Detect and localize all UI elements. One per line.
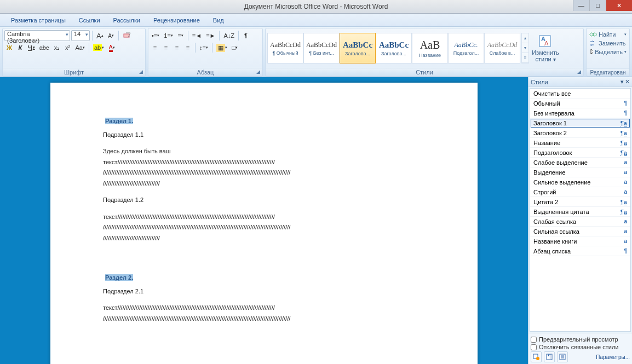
style-inspector-button[interactable]: ¶ bbox=[544, 351, 555, 362]
sort-button[interactable]: A↓Z bbox=[222, 30, 236, 41]
increase-indent-button[interactable]: ≡► bbox=[204, 30, 217, 41]
highlight-button[interactable]: ab▾ bbox=[91, 42, 106, 53]
style-gallery-item[interactable]: AaBbCcDdСлабое в... bbox=[484, 33, 520, 63]
tab-page-layout[interactable]: Разметка страницы bbox=[4, 14, 72, 27]
style-gallery-item[interactable]: AaBbCcDd¶ Без инт... bbox=[303, 33, 340, 63]
manage-icon bbox=[559, 354, 566, 360]
body-text[interactable]: текст///////////////////////////////////… bbox=[103, 158, 438, 167]
style-list-item[interactable]: Обычный¶ bbox=[530, 99, 630, 108]
line-spacing-button[interactable]: ↕≡▾ bbox=[198, 42, 210, 53]
align-center-button[interactable]: ≡ bbox=[161, 42, 171, 53]
underline-button[interactable]: Ч▾ bbox=[26, 42, 37, 53]
heading-1[interactable]: Раздел 1. bbox=[103, 112, 135, 129]
align-justify-button[interactable]: ≡ bbox=[183, 42, 193, 53]
strike-button[interactable]: abc bbox=[38, 42, 51, 53]
body-text[interactable]: ////////////////////////////////// bbox=[103, 179, 438, 188]
body-text[interactable]: ////////////////////////////////////////… bbox=[103, 168, 438, 177]
style-list-item[interactable]: Цитата 2¶a bbox=[530, 197, 630, 207]
style-list-item[interactable]: Название книгиa bbox=[530, 236, 630, 246]
clear-format-button[interactable] bbox=[121, 30, 133, 41]
show-marks-button[interactable]: ¶ bbox=[241, 30, 251, 41]
paragraph-group: •≡▾ 1≡▾ ≡▾ ≡◄ ≡► A↓Z ¶ ≡ ≡ ≡ ≡ ↕≡▾ ▦▾ bbox=[148, 28, 263, 77]
subheading[interactable]: Подраздел 1.2 bbox=[103, 195, 438, 205]
shrink-font-button[interactable]: A▾ bbox=[106, 30, 116, 41]
bold-button[interactable]: Ж bbox=[4, 42, 14, 53]
tab-view[interactable]: Вид bbox=[206, 14, 231, 27]
superscript-button[interactable]: x² bbox=[62, 42, 72, 53]
tab-review[interactable]: Рецензирование bbox=[147, 14, 206, 27]
grow-font-button[interactable]: A▴ bbox=[95, 30, 105, 41]
style-gallery-item[interactable]: AaBbCcЗаголово... bbox=[376, 33, 412, 63]
bullets-button[interactable]: •≡▾ bbox=[150, 30, 161, 41]
style-list-item[interactable]: Слабая ссылкаa bbox=[530, 217, 630, 227]
close-button[interactable]: ✕ bbox=[606, 0, 632, 11]
style-list-item[interactable]: Подзаголовок¶a bbox=[530, 148, 630, 158]
change-case-button[interactable]: Aa▾ bbox=[73, 42, 86, 53]
style-list-item[interactable]: Сильная ссылкаa bbox=[530, 227, 630, 236]
tab-references[interactable]: Ссылки bbox=[72, 14, 107, 27]
numbering-button[interactable]: 1≡▾ bbox=[162, 30, 175, 41]
body-text[interactable]: ////////////////////////////////////////… bbox=[103, 314, 438, 323]
subscript-button[interactable]: x₂ bbox=[51, 42, 61, 53]
decrease-indent-button[interactable]: ≡◄ bbox=[191, 30, 203, 41]
minimize-button[interactable]: — bbox=[573, 0, 589, 11]
style-list-item[interactable]: Сильное выделениеa bbox=[530, 177, 630, 187]
style-list-item[interactable]: Выделениеa bbox=[530, 167, 630, 177]
body-text[interactable]: текст///////////////////////////////////… bbox=[103, 212, 438, 222]
change-styles-button[interactable]: AA Изменить стили ▾ bbox=[530, 31, 561, 66]
editing-group: Найти▾ Заменить Выделить▾ Редактирован bbox=[586, 28, 630, 77]
body-text[interactable]: Здесь должен быть ваш bbox=[103, 147, 438, 156]
style-list-item[interactable]: Название¶a bbox=[530, 138, 630, 148]
replace-button[interactable]: Заменить bbox=[588, 39, 628, 48]
replace-icon bbox=[589, 39, 597, 47]
heading-1[interactable]: Раздел 2. bbox=[103, 269, 135, 285]
style-list-item[interactable]: Очистить все bbox=[530, 89, 630, 99]
style-gallery-item[interactable]: AaBbCcЗаголово... bbox=[340, 33, 376, 63]
dropdown-icon[interactable]: ▾ bbox=[620, 78, 624, 85]
style-gallery-item[interactable]: AaBbCc.Подзагол... bbox=[448, 33, 484, 63]
style-gallery-item[interactable]: AaBНазвание bbox=[412, 33, 448, 63]
font-size-select[interactable]: 14 bbox=[71, 30, 90, 41]
select-button[interactable]: Выделить▾ bbox=[588, 48, 628, 56]
preview-checkbox[interactable]: Предварительный просмотр bbox=[531, 336, 630, 343]
maximize-button[interactable]: □ bbox=[589, 0, 606, 11]
body-text[interactable]: ////////////////////////////////// bbox=[103, 234, 438, 243]
multilevel-button[interactable]: ≡▾ bbox=[176, 30, 186, 41]
style-list-item[interactable]: Строгийa bbox=[530, 187, 630, 197]
disable-linked-checkbox[interactable]: Отключить связанные стили bbox=[531, 344, 630, 350]
find-button[interactable]: Найти▾ bbox=[588, 30, 628, 39]
gallery-scroll[interactable]: ▴▾≡ bbox=[521, 33, 529, 63]
style-list-item[interactable]: Абзац списка¶ bbox=[530, 246, 630, 256]
options-link[interactable]: Параметры... bbox=[596, 354, 630, 360]
style-list-item[interactable]: Выделенная цитата¶a bbox=[530, 207, 630, 217]
styles-gallery[interactable]: AaBbCcDd¶ ОбычныйAaBbCcDd¶ Без инт...AaB… bbox=[267, 33, 520, 63]
style-list-item[interactable]: Без интервала¶ bbox=[530, 108, 630, 118]
close-pane-icon[interactable]: ✕ bbox=[625, 78, 630, 85]
font-name-select[interactable]: Cambria (Заголовки) bbox=[4, 30, 70, 41]
style-list-item[interactable]: Заголовок 2¶a bbox=[530, 128, 630, 138]
new-style-button[interactable] bbox=[531, 351, 542, 362]
borders-button[interactable]: □▾ bbox=[230, 42, 240, 53]
style-gallery-item[interactable]: AaBbCcDd¶ Обычный bbox=[267, 33, 303, 63]
style-list-item[interactable]: Заголовок 1¶a bbox=[530, 118, 630, 128]
dialog-launcher-icon[interactable]: ◢ bbox=[576, 69, 582, 76]
shading-button[interactable]: ▦▾ bbox=[215, 42, 229, 53]
subheading[interactable]: Подраздел 1.1 bbox=[103, 130, 438, 140]
dialog-launcher-icon[interactable]: ◢ bbox=[137, 69, 144, 76]
page[interactable]: Раздел 1. Подраздел 1.1 Здесь должен быт… bbox=[50, 83, 478, 364]
subheading[interactable]: Подраздел 2.1 bbox=[103, 287, 438, 296]
tab-mailings[interactable]: Рассылки bbox=[107, 14, 147, 27]
align-right-button[interactable]: ≡ bbox=[172, 42, 182, 53]
svg-point-5 bbox=[593, 33, 596, 36]
document-area[interactable]: Раздел 1. Подраздел 1.1 Здесь должен быт… bbox=[0, 77, 528, 364]
styles-list[interactable]: Очистить всеОбычный¶Без интервала¶Заголо… bbox=[530, 88, 631, 332]
font-color-button[interactable]: A▾ bbox=[107, 42, 117, 53]
italic-button[interactable]: К bbox=[15, 42, 25, 53]
style-list-item[interactable]: Слабое выделениеa bbox=[530, 158, 630, 167]
styles-pane-title: Стили bbox=[531, 79, 548, 85]
align-left-button[interactable]: ≡ bbox=[150, 42, 160, 53]
manage-styles-button[interactable] bbox=[557, 351, 568, 362]
body-text[interactable]: ////////////////////////////////////////… bbox=[103, 223, 438, 232]
body-text[interactable]: текст///////////////////////////////////… bbox=[103, 303, 438, 313]
dialog-launcher-icon[interactable]: ◢ bbox=[255, 69, 261, 76]
